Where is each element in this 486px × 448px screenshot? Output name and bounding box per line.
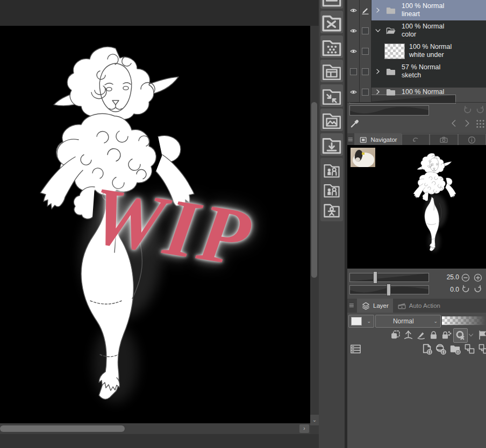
material-folder-import-button[interactable] bbox=[320, 133, 343, 156]
next-icon[interactable] bbox=[462, 119, 471, 128]
layer-name: color bbox=[402, 31, 444, 39]
transfer-down-button[interactable] bbox=[463, 343, 476, 355]
draw-on-layer-icon[interactable] bbox=[403, 329, 414, 341]
layer-row-white-under[interactable]: 100 % Normal white under bbox=[347, 41, 486, 62]
edit-target-cell[interactable] bbox=[360, 41, 371, 61]
folder-x-icon bbox=[320, 11, 343, 33]
zoom-slider[interactable] bbox=[349, 273, 429, 282]
canvas-vertical-scrollbar[interactable]: ⌄ bbox=[310, 26, 319, 426]
material-folder-collapse-button[interactable] bbox=[320, 84, 343, 107]
lock-transparent-pixels-icon[interactable] bbox=[440, 329, 452, 341]
material-folder-pose-button[interactable] bbox=[322, 200, 341, 219]
horizontal-scroll-thumb[interactable] bbox=[0, 425, 125, 432]
grid-dots-icon[interactable] bbox=[475, 119, 485, 129]
layer-opacity-mode: 100 % Normal bbox=[402, 88, 444, 92]
folder-image-icon bbox=[320, 109, 343, 131]
layer-row-partial[interactable]: 100 % Normal bbox=[347, 82, 486, 91]
tab-information[interactable] bbox=[458, 134, 486, 146]
tab-layer-label: Layer bbox=[373, 302, 389, 309]
layer-property-icon[interactable] bbox=[349, 343, 362, 355]
vertical-scroll-thumb[interactable] bbox=[311, 102, 317, 278]
chevron-down-icon[interactable] bbox=[468, 332, 474, 338]
folder-lines-icon bbox=[320, 0, 343, 9]
layer-opacity-mode: 100 % Normal bbox=[402, 23, 444, 31]
lock-layer-icon[interactable] bbox=[428, 329, 439, 341]
tab-subview[interactable] bbox=[402, 134, 430, 146]
previous-icon[interactable] bbox=[449, 119, 459, 128]
material-folder-figures-b-button[interactable] bbox=[322, 180, 341, 199]
tab-navigator[interactable]: Navigator bbox=[354, 133, 401, 146]
visibility-toggle[interactable] bbox=[347, 82, 360, 91]
material-folder-image-button[interactable] bbox=[320, 109, 343, 131]
tab-layer[interactable]: Layer bbox=[357, 299, 393, 313]
layer-menu-button[interactable] bbox=[347, 299, 357, 313]
layer-opacity-bar[interactable] bbox=[442, 316, 486, 325]
canvas-horizontal-scrollbar[interactable]: › bbox=[0, 423, 310, 434]
photo-sheep-muzzle bbox=[355, 157, 360, 162]
collapse-icon[interactable] bbox=[375, 27, 381, 34]
redo-icon[interactable] bbox=[475, 105, 485, 115]
layer-tab-bar: Layer Auto Action bbox=[347, 299, 486, 313]
navigator-controls: 25.0 0.0 bbox=[347, 269, 486, 299]
folder-icon bbox=[384, 5, 397, 16]
navigator-preview[interactable] bbox=[347, 145, 486, 269]
edit-target-cell[interactable] bbox=[360, 61, 371, 82]
new-raster-layer-button[interactable] bbox=[420, 343, 433, 355]
material-folder-tone-button[interactable] bbox=[320, 35, 343, 58]
material-folder-layout-button[interactable] bbox=[320, 60, 343, 82]
layer-color-combo[interactable]: ⌄ bbox=[348, 315, 374, 328]
visibility-toggle[interactable] bbox=[347, 61, 360, 82]
open-folder-icon bbox=[384, 26, 397, 36]
eye-icon bbox=[349, 27, 358, 34]
edit-target-cell[interactable] bbox=[360, 82, 371, 91]
photo-ear-tag bbox=[362, 153, 364, 155]
eye-icon bbox=[349, 7, 358, 14]
camera-icon bbox=[439, 135, 448, 144]
brush-opacity-slider[interactable] bbox=[349, 105, 429, 115]
tab-reference[interactable] bbox=[430, 134, 458, 146]
material-folder-x-button[interactable] bbox=[320, 11, 343, 33]
visibility-toggle[interactable] bbox=[347, 41, 360, 61]
navigator-tab-bar: Navigator bbox=[347, 133, 486, 146]
edit-layer-icon[interactable] bbox=[416, 329, 427, 341]
zoom-out-button[interactable] bbox=[461, 273, 470, 283]
layer-row-color[interactable]: 100 % Normal color bbox=[347, 20, 486, 41]
hamburger-icon bbox=[349, 302, 355, 309]
flag-icon[interactable] bbox=[477, 329, 486, 341]
visibility-toggle[interactable] bbox=[347, 20, 360, 41]
undo-icon[interactable] bbox=[462, 105, 473, 115]
zoom-slider-handle[interactable] bbox=[373, 271, 377, 284]
rotate-ccw-button[interactable] bbox=[461, 285, 470, 294]
new-vector-layer-button[interactable] bbox=[434, 343, 447, 355]
rotate-slider-handle[interactable] bbox=[387, 284, 391, 296]
scroll-down-button[interactable]: ⌄ bbox=[310, 415, 319, 425]
layer-row-lineart[interactable]: 100 % Normal lineart bbox=[347, 0, 486, 21]
drawing-canvas[interactable]: WIP bbox=[0, 26, 310, 423]
reference-layer-button[interactable] bbox=[453, 328, 468, 343]
expand-icon[interactable] bbox=[375, 7, 381, 13]
zoom-value: 25.0 bbox=[433, 273, 459, 281]
new-folder-button[interactable] bbox=[449, 343, 461, 355]
scroll-right-button[interactable]: › bbox=[299, 424, 309, 433]
merge-down-button[interactable] bbox=[477, 343, 486, 355]
layer-opacity-mode: 100 % Normal bbox=[402, 2, 444, 10]
material-folder-figures-a-button[interactable] bbox=[322, 160, 341, 179]
clip-to-layer-below-icon[interactable] bbox=[390, 329, 401, 341]
eyedropper-icon[interactable] bbox=[349, 117, 361, 129]
rotate-cw-button[interactable] bbox=[473, 285, 483, 294]
tab-auto-action[interactable]: Auto Action bbox=[393, 299, 445, 313]
blend-mode-combo[interactable]: Normal⌄ bbox=[375, 315, 441, 328]
expand-icon[interactable] bbox=[375, 68, 381, 75]
edit-target-cell[interactable] bbox=[360, 0, 371, 20]
edit-target-cell[interactable] bbox=[360, 20, 371, 41]
visibility-toggle[interactable] bbox=[347, 0, 360, 20]
reference-photo-thumbnail bbox=[351, 148, 375, 167]
layer-thumbnail bbox=[384, 44, 405, 59]
navigator-menu-button[interactable] bbox=[347, 133, 354, 146]
info-icon bbox=[467, 135, 476, 144]
eye-icon bbox=[349, 89, 358, 92]
zoom-in-button[interactable] bbox=[473, 273, 483, 283]
material-folder-lines-button[interactable] bbox=[320, 0, 343, 9]
layer-row-sketch[interactable]: 57 % Normal sketch bbox=[347, 61, 486, 82]
expand-icon[interactable] bbox=[375, 89, 381, 91]
